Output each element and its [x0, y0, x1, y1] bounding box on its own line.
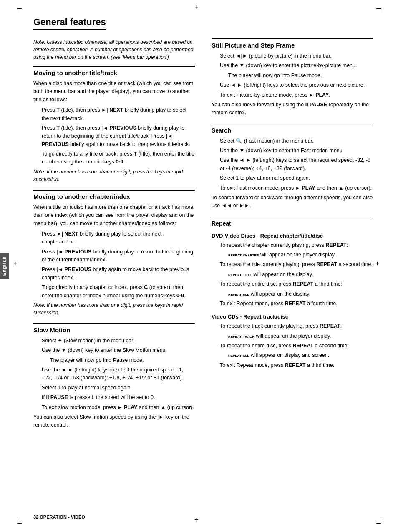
- moving-title-step2: Press T (title), then press |◄ PREVIOUS …: [33, 124, 195, 148]
- section-moving-title-heading: Moving to another title/track: [33, 69, 195, 76]
- moving-title-note: Note: If the number has more than one di…: [33, 168, 195, 183]
- section-slow-motion: Slow Motion: [33, 323, 195, 334]
- vcd-repeat-step1: To repeat the track currently playing, p…: [212, 322, 373, 330]
- section-slow-motion-heading: Slow Motion: [33, 326, 195, 334]
- dvd-repeat-all-display: repeat all will appear on the display.: [212, 290, 373, 298]
- corner-mark-tr: [376, 8, 381, 13]
- search-step1: Select 🔍 (Fast motion) in the menu bar.: [212, 137, 373, 145]
- subsection-vcd-repeat: Video CDs - Repeat track/disc: [212, 314, 373, 320]
- section-repeat: Repeat: [212, 218, 373, 227]
- slow-motion-step4: Select 1 to play at normal speed again.: [33, 384, 195, 392]
- intro-note: Note: Unless indicated otherwise, all op…: [33, 38, 195, 61]
- subsection-vcd-repeat-heading: Video CDs - Repeat track/disc: [212, 314, 373, 320]
- section-still-picture-heading: Still Picture and Step Frame: [212, 42, 373, 49]
- section-search-heading: Search: [212, 127, 373, 134]
- vcd-repeat-step3: To exit Repeat mode, press REPEAT a thir…: [212, 361, 373, 369]
- still-picture-extra: You can also move forward by using the I…: [212, 101, 373, 117]
- section-search: Search: [212, 125, 373, 134]
- corner-mark-br: [376, 519, 381, 524]
- search-step5: To exit Fast motion mode, press ► PLAY a…: [212, 184, 373, 192]
- moving-chapter-note: Note: If the number has more than one di…: [33, 301, 195, 316]
- slow-motion-step2: Use the ▼ (down) key to enter the Slow M…: [33, 346, 195, 354]
- cross-mark-right: [377, 263, 383, 269]
- dvd-repeat-step3: To repeat the entire disc, press REPEAT …: [212, 280, 373, 288]
- cross-mark-left: [15, 263, 21, 269]
- search-step4: Select 1 to play at normal speed again.: [212, 174, 373, 182]
- still-picture-step1: Select ◄|► (picture-by-picture) in the m…: [212, 52, 373, 60]
- slow-motion-step5: If II PAUSE is pressed, the speed will b…: [33, 394, 195, 402]
- still-picture-step4: To exit Picture-by-picture mode, press ►…: [212, 91, 373, 99]
- dvd-repeat-title-display: repeat title will appear on the display.: [212, 271, 373, 279]
- moving-chapter-step4: To go directly to any chapter or index, …: [33, 284, 195, 300]
- dvd-repeat-step1: To repeat the chapter currently playing,…: [212, 241, 373, 249]
- corner-mark-bl: [17, 519, 22, 524]
- slow-motion-pause-note: The player will now go into Pause mode.: [33, 356, 195, 364]
- moving-chapter-step1: Press ►| NEXT briefly during play to sel…: [33, 230, 195, 246]
- dvd-repeat-step2: To repeat the title currently playing, p…: [212, 261, 373, 269]
- moving-chapter-step2: Press |◄ PREVIOUS briefly during play to…: [33, 248, 195, 264]
- cross-mark-top: [196, 7, 202, 13]
- slow-motion-step1: Select ✦ (Slow motion) in the menu bar.: [33, 337, 195, 345]
- page: English General features Note: Unless in…: [0, 0, 398, 532]
- vcd-repeat-track-display: repeat track will appear on the player d…: [212, 332, 373, 340]
- still-picture-step3: Use ◄ ► (left/right) keys to select the …: [212, 81, 373, 89]
- cross-mark-bottom: [196, 519, 202, 525]
- section-moving-chapter-heading: Moving to another chapter/index: [33, 193, 195, 200]
- subsection-dvd-repeat-heading: DVD-Video Discs - Repeat chapter/title/d…: [212, 233, 373, 239]
- section-still-picture: Still Picture and Step Frame: [212, 38, 373, 49]
- right-column: Still Picture and Step Frame Select ◄|► …: [212, 38, 373, 432]
- vcd-repeat-all-display: repeat all will appear on display and sc…: [212, 351, 373, 359]
- section-moving-title: Moving to another title/track: [33, 66, 195, 76]
- search-extra: To search forward or backward through di…: [212, 194, 373, 210]
- section-repeat-heading: Repeat: [212, 220, 373, 227]
- dvd-repeat-step4: To exit Repeat mode, press REPEAT a four…: [212, 300, 373, 308]
- search-step3: Use the ◄ ► (left/right) keys to select …: [212, 156, 373, 173]
- content-columns: Note: Unless indicated otherwise, all op…: [33, 38, 373, 432]
- moving-chapter-intro: When a title on a disc has more than one…: [33, 203, 195, 228]
- vcd-repeat-step2: To repeat the entire disc, press REPEAT …: [212, 342, 373, 350]
- slow-motion-extra: You can also select Slow motion speeds b…: [33, 413, 195, 429]
- page-title-block: General features: [33, 17, 373, 30]
- page-footer: 32 OPERATION - VIDEO: [33, 514, 85, 519]
- still-picture-step2: Use the ▼ (down) key to enter the pictur…: [212, 62, 373, 70]
- moving-title-step3: To go directly to any title or track, pr…: [33, 150, 195, 166]
- search-step2: Use the ▼ (down) key to enter the Fast m…: [212, 147, 373, 155]
- slow-motion-step3: Use the ◄ ► (left/right) keys to select …: [33, 366, 195, 382]
- language-tab: English: [0, 253, 9, 279]
- left-column: Note: Unless indicated otherwise, all op…: [33, 38, 195, 432]
- dvd-repeat-chapter-display: repeat chapter will appear on the player…: [212, 251, 373, 259]
- subsection-dvd-repeat: DVD-Video Discs - Repeat chapter/title/d…: [212, 233, 373, 239]
- moving-chapter-step3: Press |◄ PREVIOUS briefly again to move …: [33, 266, 195, 282]
- still-picture-pause-note: The player will now go into Pause mode.: [212, 72, 373, 80]
- moving-title-intro: When a disc has more than one title or t…: [33, 80, 195, 104]
- page-title: General features: [33, 17, 106, 30]
- moving-title-step1: Press T (title), then press ►| NEXT brie…: [33, 106, 195, 123]
- corner-mark-tl: [17, 8, 22, 13]
- slow-motion-step6: To exit slow motion mode, press ► PLAY a…: [33, 404, 195, 412]
- section-moving-chapter: Moving to another chapter/index: [33, 190, 195, 200]
